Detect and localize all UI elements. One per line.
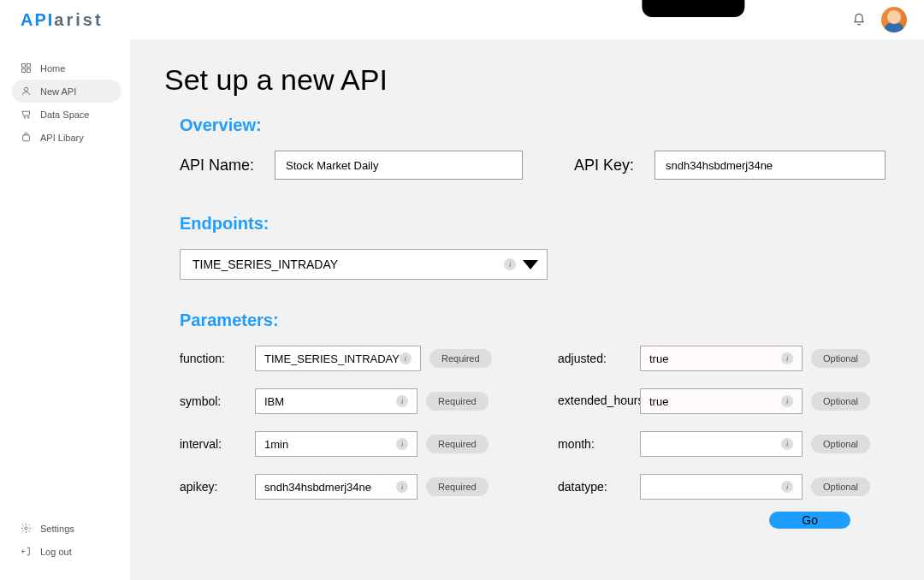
info-icon[interactable]: i	[781, 395, 793, 407]
param-label: datatype:	[558, 480, 631, 494]
info-icon[interactable]: i	[781, 481, 793, 493]
required-badge: Required	[426, 435, 489, 453]
svg-point-4	[24, 87, 27, 91]
cart-icon	[21, 109, 32, 120]
info-icon[interactable]: i	[396, 395, 408, 407]
go-button[interactable]: Go	[769, 512, 850, 529]
param-adjusted-input[interactable]: truei	[640, 346, 803, 371]
section-endpoints-title: Endpoints:	[180, 214, 893, 234]
param-function-input[interactable]: TIME_SERIES_INTRADAYi	[255, 346, 421, 371]
param-row: function: TIME_SERIES_INTRADAYi Required	[180, 346, 515, 371]
svg-point-6	[27, 116, 29, 118]
param-row: extended_hours: truei Optional	[558, 388, 893, 414]
api-key-label: API Key:	[574, 157, 634, 175]
section-overview-title: Overview:	[180, 115, 893, 135]
optional-badge: Optional	[811, 349, 870, 368]
sidebar-item-label: Data Space	[40, 109, 89, 120]
param-symbol-input[interactable]: IBMi	[255, 388, 418, 414]
sidebar-item-data-space[interactable]: Data Space	[0, 103, 130, 126]
sidebar-item-label: Log out	[40, 547, 72, 557]
sidebar-item-label: API Libary	[40, 133, 84, 143]
param-column-right: adjusted: truei Optional extended_hours:…	[558, 346, 893, 517]
param-row: adjusted: truei Optional	[558, 346, 893, 371]
param-column-left: function: TIME_SERIES_INTRADAYi Required…	[180, 346, 515, 517]
logout-icon	[21, 546, 32, 557]
svg-rect-2	[22, 69, 26, 73]
param-row: interval: 1mini Required	[180, 431, 515, 457]
param-row: datatype: i Optional	[558, 474, 893, 500]
info-icon[interactable]: i	[396, 481, 408, 493]
page-title: Set up a new API	[164, 63, 893, 97]
info-icon[interactable]: i	[781, 352, 793, 364]
user-avatar[interactable]	[881, 7, 907, 33]
info-icon[interactable]: i	[504, 258, 516, 270]
param-month-input[interactable]: i	[640, 431, 803, 457]
sidebar-item-label: Settings	[40, 524, 74, 534]
sidebar-item-home[interactable]: Home	[0, 56, 130, 80]
top-notch	[642, 0, 744, 17]
chevron-down-icon	[523, 260, 538, 269]
param-apikey-input[interactable]: sndh34hsbdmerj34nei	[255, 474, 418, 500]
main-content: Set up a new API Overview: API Name: API…	[130, 39, 924, 580]
param-datatype-input[interactable]: i	[640, 474, 803, 500]
optional-badge: Optional	[811, 477, 870, 496]
sidebar-item-logout[interactable]: Log out	[0, 540, 130, 563]
optional-badge: Optional	[811, 392, 870, 411]
endpoint-selected-value: TIME_SERIES_INTRADAY	[192, 257, 338, 271]
required-badge: Required	[426, 392, 489, 411]
param-label: extended_hours:	[558, 394, 631, 407]
sidebar-item-new-api[interactable]: New API	[12, 80, 121, 103]
svg-point-5	[24, 116, 26, 118]
sidebar-item-label: New API	[40, 86, 76, 97]
param-label: symbol:	[180, 394, 246, 408]
param-interval-input[interactable]: 1mini	[255, 431, 418, 457]
info-icon[interactable]: i	[781, 438, 793, 450]
svg-rect-7	[23, 135, 30, 141]
info-icon[interactable]: i	[400, 352, 412, 364]
svg-rect-0	[22, 64, 26, 68]
section-parameters-title: Parameters:	[180, 311, 893, 330]
param-label: function:	[180, 352, 246, 365]
app-logo: APIarist	[21, 10, 104, 30]
bag-icon	[21, 132, 32, 143]
gear-icon	[21, 523, 32, 534]
param-label: interval:	[180, 437, 246, 451]
grid-icon	[21, 62, 32, 74]
required-badge: Required	[426, 477, 489, 496]
api-name-label: API Name:	[180, 157, 254, 175]
sidebar-item-label: Home	[40, 63, 65, 74]
sidebar: Home New API Data Space API Libary Setti…	[0, 39, 130, 580]
param-extended-hours-input[interactable]: truei	[640, 388, 803, 414]
endpoint-dropdown[interactable]: TIME_SERIES_INTRADAY i	[180, 249, 548, 280]
api-key-input[interactable]	[654, 151, 886, 180]
param-label: apikey:	[180, 480, 246, 494]
info-icon[interactable]: i	[396, 438, 408, 450]
notifications-icon[interactable]	[852, 13, 866, 27]
svg-point-8	[25, 527, 27, 530]
param-label: adjusted:	[558, 352, 631, 365]
param-row: apikey: sndh34hsbdmerj34nei Required	[180, 474, 515, 500]
param-label: month:	[558, 437, 631, 451]
required-badge: Required	[429, 349, 492, 368]
param-row: month: i Optional	[558, 431, 893, 457]
svg-rect-1	[27, 64, 31, 68]
sidebar-item-api-library[interactable]: API Libary	[0, 126, 130, 149]
user-plus-icon	[21, 86, 32, 97]
param-row: symbol: IBMi Required	[180, 388, 515, 414]
optional-badge: Optional	[811, 435, 870, 453]
svg-rect-3	[27, 69, 31, 73]
api-name-input[interactable]	[275, 151, 523, 180]
sidebar-item-settings[interactable]: Settings	[0, 517, 130, 540]
